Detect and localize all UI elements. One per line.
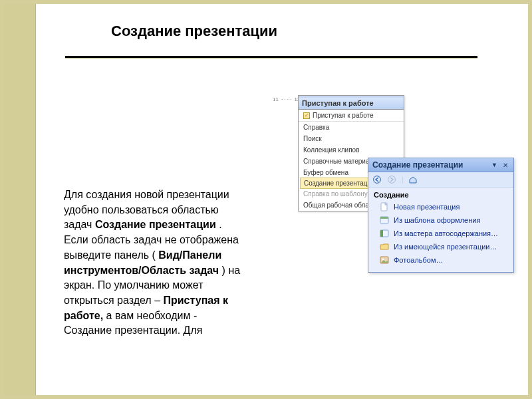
taskpane-option-search[interactable]: Поиск: [299, 133, 404, 144]
create-option-label: Фотоальбом…: [394, 256, 444, 264]
template-icon: [379, 215, 390, 225]
create-blank-presentation[interactable]: Новая презентация: [376, 200, 513, 213]
nav-forward-icon[interactable]: [387, 174, 398, 185]
create-from-autocontent-wizard[interactable]: Из мастера автосодержания…: [376, 227, 513, 240]
ruler-tick: · · · ·: [281, 96, 292, 102]
check-icon: ✓: [303, 112, 310, 119]
wizard-icon: [379, 229, 390, 238]
create-from-existing[interactable]: Из имеющейся презентации…: [376, 240, 513, 253]
create-from-design-template[interactable]: Из шаблона оформления: [376, 213, 513, 227]
taskpane-selector-title-text: Приступая к работе: [302, 99, 374, 107]
frame-side: [4, 4, 36, 395]
create-option-label: Из мастера автосодержания…: [394, 229, 498, 237]
taskpane-nav: |: [368, 172, 513, 188]
body-text: Для создания новой презентации удобно по…: [64, 188, 243, 338]
page-title: Создание презентации: [111, 23, 495, 40]
body-b1: Создание презентации: [95, 219, 216, 230]
chevron-down-icon[interactable]: ▼: [491, 162, 497, 168]
frame-right: [528, 0, 532, 399]
taskpane-selector-title[interactable]: Приступая к работе: [299, 98, 404, 110]
taskpane-option-help[interactable]: Справка: [299, 122, 404, 133]
doc-icon: [379, 202, 390, 211]
create-photo-album[interactable]: Фотоальбом…: [376, 253, 513, 267]
new-presentation-taskpane: Создание презентации ▼ ✕ | Создание: [368, 158, 514, 273]
folder-icon: [379, 242, 390, 251]
taskpane-create-list: Новая презентация Из шаблона оформления …: [368, 200, 513, 272]
taskpane-title: Создание презентации: [372, 160, 463, 170]
close-icon[interactable]: ✕: [501, 162, 509, 169]
nav-back-icon[interactable]: [372, 174, 383, 185]
taskpane-option-label: Приступая к работе: [313, 112, 374, 119]
nav-home-icon[interactable]: [408, 174, 418, 185]
taskpane-section-label: Создание: [368, 188, 513, 200]
create-option-label: Новая презентация: [394, 203, 460, 211]
frame-top: [0, 0, 532, 4]
svg-rect-6: [380, 230, 383, 237]
frame-bottom: [0, 395, 532, 399]
photo-icon: [379, 255, 390, 265]
ruler-mark-11: 11: [273, 96, 279, 102]
create-option-label: Из имеющейся презентации…: [394, 243, 497, 251]
taskpane-option-clipart[interactable]: Коллекция клипов: [299, 144, 404, 156]
svg-point-0: [374, 176, 381, 184]
taskpane-header[interactable]: Создание презентации ▼ ✕: [368, 158, 513, 172]
taskpane-option-getting-started[interactable]: ✓ Приступая к работе: [299, 110, 404, 122]
svg-rect-4: [380, 217, 388, 219]
title-underline-shadow: [65, 58, 477, 59]
svg-point-8: [382, 259, 384, 261]
slide-area: Создание презентации Для создания новой …: [0, 0, 532, 399]
svg-point-1: [388, 176, 396, 184]
create-option-label: Из шаблона оформления: [394, 216, 480, 224]
